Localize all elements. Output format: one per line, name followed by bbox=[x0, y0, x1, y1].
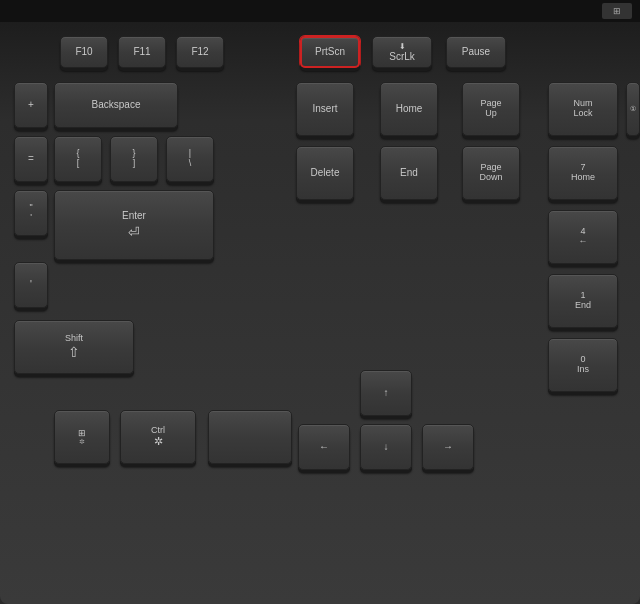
key-f11-label: F11 bbox=[133, 46, 150, 58]
key-enter[interactable]: Enter ⏎ bbox=[54, 190, 214, 260]
key-home-label: Home bbox=[396, 103, 423, 115]
key-num0[interactable]: 0 Ins bbox=[548, 338, 618, 392]
key-prtscn-label: PrtScn bbox=[315, 46, 345, 58]
key-f10[interactable]: F10 bbox=[60, 36, 108, 68]
key-spacebar[interactable] bbox=[208, 410, 292, 464]
key-insert[interactable]: Insert bbox=[296, 82, 354, 136]
key-f10-label: F10 bbox=[75, 46, 92, 58]
key-delete[interactable]: Delete bbox=[296, 146, 354, 200]
key-num4[interactable]: 4 ← bbox=[548, 210, 618, 264]
key-comma[interactable]: ' bbox=[14, 262, 48, 308]
key-home[interactable]: Home bbox=[380, 82, 438, 136]
key-close-bracket[interactable]: } ] bbox=[110, 136, 158, 182]
key-pagedown[interactable]: Page Down bbox=[462, 146, 520, 200]
key-open-bracket[interactable]: { [ bbox=[54, 136, 102, 182]
key-enter-label: Enter bbox=[122, 210, 146, 222]
key-num7[interactable]: 7 Home bbox=[548, 146, 618, 200]
key-f12[interactable]: F12 bbox=[176, 36, 224, 68]
top-bar: ⊞ bbox=[0, 0, 640, 22]
key-win[interactable]: ⊞ ✲ bbox=[54, 410, 110, 464]
key-arrow-right[interactable]: → bbox=[422, 424, 474, 470]
key-quote[interactable]: " ' bbox=[14, 190, 48, 236]
keyboard-container: ⊞ F10 F11 F12 PrtScn ⬇ ScrLk Pause + Bac… bbox=[0, 0, 640, 604]
key-scrlk[interactable]: ⬇ ScrLk bbox=[372, 36, 432, 68]
key-arrow-up[interactable]: ↑ bbox=[360, 370, 412, 416]
key-pause[interactable]: Pause bbox=[446, 36, 506, 68]
key-backspace-label: Backspace bbox=[92, 99, 141, 111]
key-backspace[interactable]: Backspace bbox=[54, 82, 178, 128]
key-prtscn[interactable]: PrtScn bbox=[300, 36, 360, 68]
key-arrow-left[interactable]: ← bbox=[298, 424, 350, 470]
key-delete-label: Delete bbox=[311, 167, 340, 179]
key-pageup[interactable]: Page Up bbox=[462, 82, 520, 136]
key-insert-label: Insert bbox=[312, 103, 337, 115]
key-pause-label: Pause bbox=[462, 46, 490, 58]
key-end[interactable]: End bbox=[380, 146, 438, 200]
key-num1[interactable]: 1 End bbox=[548, 274, 618, 328]
top-bar-icon: ⊞ bbox=[602, 3, 632, 19]
key-end-label: End bbox=[400, 167, 418, 179]
key-plus[interactable]: + bbox=[14, 82, 48, 128]
key-scrlk-icon: ⬇ bbox=[399, 42, 406, 51]
key-f11[interactable]: F11 bbox=[118, 36, 166, 68]
key-shift[interactable]: Shift ⇧ bbox=[14, 320, 134, 374]
key-backslash[interactable]: | \ bbox=[166, 136, 214, 182]
key-equals[interactable]: = bbox=[14, 136, 48, 182]
key-numlock[interactable]: Num Lock bbox=[548, 82, 618, 136]
key-scrlk-label: ScrLk bbox=[389, 51, 415, 63]
key-arrow-down[interactable]: ↓ bbox=[360, 424, 412, 470]
key-num-circle1[interactable]: ① bbox=[626, 82, 640, 136]
key-f12-label: F12 bbox=[191, 46, 208, 58]
key-ctrl[interactable]: Ctrl ✲ bbox=[120, 410, 196, 464]
